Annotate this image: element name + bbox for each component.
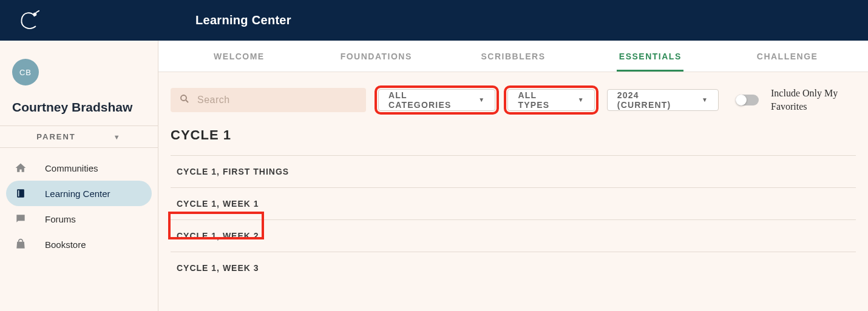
role-selector[interactable]: PARENT ▼: [0, 125, 158, 148]
cycle-heading: CYCLE 1: [171, 127, 856, 156]
favorites-label: Include Only My Favorites: [771, 87, 856, 113]
home-icon: [15, 162, 27, 174]
list-item[interactable]: CYCLE 1, WEEK 2: [171, 220, 856, 252]
list-item[interactable]: CYCLE 1, FIRST THINGS: [171, 156, 856, 188]
sidebar-item-label: Bookstore: [45, 239, 86, 250]
chevron-down-icon: ▼: [478, 96, 485, 103]
tabs: WELCOME FOUNDATIONS SCRIBBLERS ESSENTIAL…: [158, 41, 868, 72]
chevron-down-icon: ▼: [114, 133, 121, 141]
app-header: Learning Center: [0, 0, 868, 41]
select-label: ALL TYPES: [518, 90, 569, 110]
app-logo: [17, 9, 40, 32]
select-label: ALL CATEGORIES: [388, 90, 470, 110]
sidebar-item-bookstore[interactable]: Bookstore: [6, 232, 152, 257]
list-item[interactable]: CYCLE 1, WEEK 1: [171, 188, 856, 220]
sidebar-nav: Communities Learning Center Forums Books…: [0, 148, 158, 257]
svg-line-2: [186, 100, 188, 102]
search-field-wrap[interactable]: [171, 88, 366, 112]
bag-icon: [15, 238, 27, 250]
sidebar-item-forums[interactable]: Forums: [6, 206, 152, 232]
main-content: WELCOME FOUNDATIONS SCRIBBLERS ESSENTIAL…: [158, 41, 868, 311]
tab-foundations[interactable]: FOUNDATIONS: [308, 41, 445, 72]
select-label: 2024 (CURRENT): [617, 90, 693, 110]
role-label: PARENT: [36, 132, 75, 141]
tab-label: SCRIBBLERS: [481, 52, 545, 61]
list-item-label: CYCLE 1, WEEK 1: [177, 199, 259, 209]
list-item-label: CYCLE 1, FIRST THINGS: [177, 167, 289, 176]
search-icon: [179, 93, 190, 107]
tab-essentials[interactable]: ESSENTIALS: [581, 41, 719, 72]
tab-label: CHALLENGE: [757, 52, 818, 61]
book-icon: [15, 187, 27, 199]
search-input[interactable]: [197, 95, 358, 105]
content-list: CYCLE 1 CYCLE 1, FIRST THINGS CYCLE 1, W…: [158, 127, 868, 296]
tab-scribblers[interactable]: SCRIBBLERS: [445, 41, 582, 72]
list-item[interactable]: CYCLE 1, WEEK 3: [171, 252, 856, 284]
sidebar-item-label: Forums: [45, 214, 76, 224]
avatar[interactable]: CB: [12, 59, 39, 85]
list-item-label: CYCLE 1, WEEK 2: [177, 231, 259, 241]
sidebar-item-label: Learning Center: [45, 189, 110, 199]
username: Courtney Bradshaw: [12, 100, 146, 115]
year-select[interactable]: 2024 (CURRENT) ▼: [607, 89, 719, 111]
filter-bar: ALL CATEGORIES ▼ ALL TYPES ▼ 2024 (CURRE…: [158, 72, 868, 127]
tab-welcome[interactable]: WELCOME: [171, 41, 308, 72]
chevron-down-icon: ▼: [578, 96, 585, 103]
categories-select[interactable]: ALL CATEGORIES ▼: [378, 89, 495, 111]
tab-challenge[interactable]: CHALLENGE: [719, 41, 856, 72]
page-title: Learning Center: [195, 13, 291, 27]
svg-point-1: [181, 95, 186, 101]
tab-label: WELCOME: [214, 52, 265, 61]
sidebar-item-learning-center[interactable]: Learning Center: [6, 181, 152, 206]
tab-label: ESSENTIALS: [619, 52, 682, 61]
sidebar-item-label: Communities: [45, 163, 98, 173]
types-select[interactable]: ALL TYPES ▼: [507, 89, 594, 111]
sidebar: CB Courtney Bradshaw PARENT ▼ Communitie…: [0, 41, 158, 311]
chat-icon: [15, 213, 27, 225]
tab-label: FOUNDATIONS: [341, 52, 412, 61]
favorites-toggle[interactable]: [736, 95, 759, 105]
list-item-label: CYCLE 1, WEEK 3: [177, 263, 259, 273]
sidebar-item-communities[interactable]: Communities: [6, 155, 152, 181]
chevron-down-icon: ▼: [702, 96, 708, 103]
